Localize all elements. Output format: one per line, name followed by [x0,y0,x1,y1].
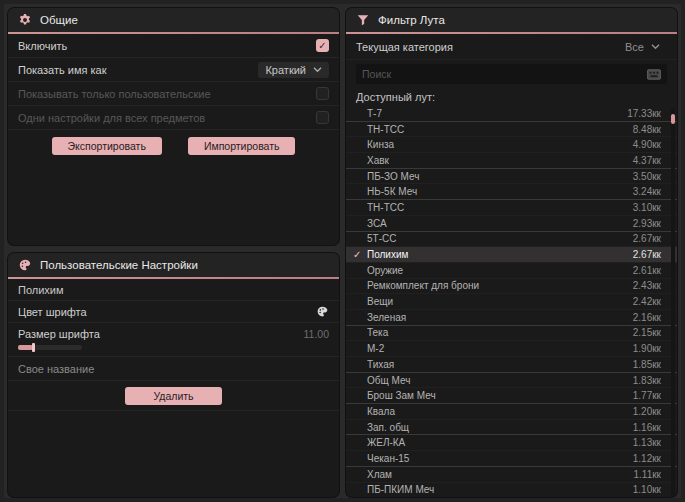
palette-icon[interactable] [316,305,329,318]
font-size-value: 11.00 [304,328,330,340]
loot-item-value: 17.33кк [627,108,661,119]
search-input[interactable] [362,68,641,80]
panel-loot-header: Фильтр Лута [346,8,677,32]
loot-item-value: 4.37кк [633,155,661,166]
loot-list-item[interactable]: ✓ Общ Меч 1.83кк [346,373,677,389]
category-row: Текущая категория Все [346,34,677,60]
loot-list-item[interactable]: ✓ Кинза 4.90кк [346,137,677,153]
font-color-label: Цвет шрифта [18,306,87,318]
custom-name-input[interactable] [18,363,329,375]
show-name-value: Краткий [265,64,306,76]
loot-item-value: 1.10кк [633,484,661,495]
loot-item-value: 2.43кк [633,280,661,291]
enable-checkbox[interactable]: ✓ [316,39,329,52]
delete-row: Удалить [8,381,339,411]
selected-item-name: Полихим [18,284,64,296]
mod-settings-page: Общие Включить ✓ Показать имя как Кратки… [0,0,685,502]
slider-handle[interactable] [32,343,35,352]
loot-item-name: ТН-ТСС [367,124,633,135]
loot-item-value: 1.85кк [633,359,661,370]
panel-general: Общие Включить ✓ Показать имя как Кратки… [8,8,339,245]
loot-list-item[interactable]: ✓ Ремкомплект для брони 2.43кк [346,279,677,295]
loot-list-item[interactable]: ✓ ТН-ТСС 3.10кк [346,200,677,216]
same-settings-label: Одни настройки для всех предметов [18,112,205,124]
loot-item-value: 2.16кк [633,312,661,323]
loot-item-name: Ремкомплект для брони [367,280,633,291]
loot-item-name: 5Т-СС [367,233,633,244]
loot-item-value: 3.24кк [633,186,661,197]
loot-list-item[interactable]: ✓ Зеленая 2.16кк [346,310,677,326]
loot-item-name: ПБ-ПКИМ Меч [367,484,633,495]
loot-item-value: 2.67кк [633,233,661,244]
show-name-dropdown[interactable]: Краткий [258,62,329,78]
panel-loot-filter: Фильтр Лута Текущая категория Все Доступ [346,8,677,497]
font-size-label: Размер шрифта [18,328,100,340]
loot-list-item[interactable]: ✓ ПБ-ЗО Меч 3.50кк [346,169,677,185]
loot-list-item[interactable]: ✓ Т-7 17.33кк [346,106,677,122]
panel-custom-header: Пользовательские Настройки [8,253,339,277]
loot-list-item[interactable]: ✓ ТН-ТСС 8.48кк [346,122,677,138]
loot-item-name: Т-7 [367,108,627,119]
loot-item-value: 3.10кк [633,202,661,213]
export-button[interactable]: Экспортировать [52,137,162,155]
same-settings-checkbox[interactable] [316,111,329,124]
only-custom-row: Показывать только пользовательские [8,82,339,106]
loot-item-value: 1.83кк [633,375,661,386]
only-custom-checkbox[interactable] [316,87,329,100]
panel-loot-title: Фильтр Лута [378,14,445,26]
loot-list-item[interactable]: ✓ ЖЕЛ-КА 1.13кк [346,435,677,451]
loot-list-item[interactable]: ✓ 5Т-СС 2.67кк [346,232,677,248]
loot-item-value: 2.15кк [633,327,661,338]
loot-item-name: Квала [367,406,633,417]
scrollbar-thumb[interactable] [671,114,675,124]
loot-list-item[interactable]: ✓ Чекан-15 1.12кк [346,451,677,467]
loot-item-name: ПБ-ЗО Меч [367,171,633,182]
loot-item-value: 4.90кк [633,139,661,150]
show-name-row: Показать имя как Краткий [8,58,339,82]
loot-item-value: 1.20кк [633,406,661,417]
loot-item-name: Хлам [367,469,634,480]
loot-item-value: 8.48кк [633,124,661,135]
enable-row: Включить ✓ [8,34,339,58]
category-dropdown[interactable]: Все [618,39,667,55]
enable-label: Включить [18,40,67,52]
loot-item-name: Оружие [367,265,633,276]
loot-list-item[interactable]: ✓ Квала 1.20кк [346,404,677,420]
font-size-slider[interactable] [18,343,82,352]
scrollbar-track[interactable] [671,108,675,496]
loot-list-item[interactable]: ✓ Брош Зам Меч 1.77кк [346,388,677,404]
import-button[interactable]: Импортировать [188,137,296,155]
loot-item-name: Общ Меч [367,375,633,386]
panel-general-header: Общие [8,8,339,32]
panel-custom-title: Пользовательские Настройки [40,259,198,271]
loot-list-item[interactable]: ✓ Вещи 2.42кк [346,294,677,310]
chevron-down-icon [651,43,660,50]
loot-item-name: Тихая [367,359,633,370]
loot-item-value: 1.13кк [633,437,661,448]
loot-list-item[interactable]: ✓ ЗСА 2.93кк [346,216,677,232]
delete-button[interactable]: Удалить [125,387,221,405]
loot-list-item[interactable]: ✓ Тихая 1.85кк [346,357,677,373]
category-value: Все [625,41,644,53]
loot-item-name: Полихим [367,249,633,260]
loot-item-name: ТН-ТСС [367,202,633,213]
loot-list-item[interactable]: ✓ НЬ-5К Меч 3.24кк [346,184,677,200]
loot-list-item[interactable]: ✓ Тека 2.15кк [346,326,677,342]
loot-list: ✓ Т-7 17.33кк ✓ ТН-ТСС 8.48кк ✓ Кинза 4.… [346,106,677,497]
loot-list-item[interactable]: ✓ Хлам 1.11кк [346,467,677,483]
loot-list-item[interactable]: ✓ Зап. общ 1.16кк [346,420,677,436]
loot-list-item[interactable]: ✓ Оружие 2.61кк [346,263,677,279]
keyboard-icon[interactable] [647,69,661,80]
search-box [356,64,667,84]
loot-list-item[interactable]: ✓ М-2 1.90кк [346,341,677,357]
funnel-icon [356,13,370,27]
loot-list-item[interactable]: ✓ ПБ-ПКИМ Меч 1.10кк [346,483,677,498]
palette-icon [18,258,32,272]
only-custom-label: Показывать только пользовательские [18,88,211,100]
panel-custom-settings: Пользовательские Настройки Полихим Цвет … [8,253,339,497]
loot-item-name: ЗСА [367,218,633,229]
loot-list-item[interactable]: ✓ Полихим 2.67кк [346,247,677,263]
selected-item-name-row: Полихим [8,279,339,301]
loot-list-item[interactable]: ✓ Хавк 4.37кк [346,153,677,169]
loot-item-value: 1.12кк [633,453,661,464]
